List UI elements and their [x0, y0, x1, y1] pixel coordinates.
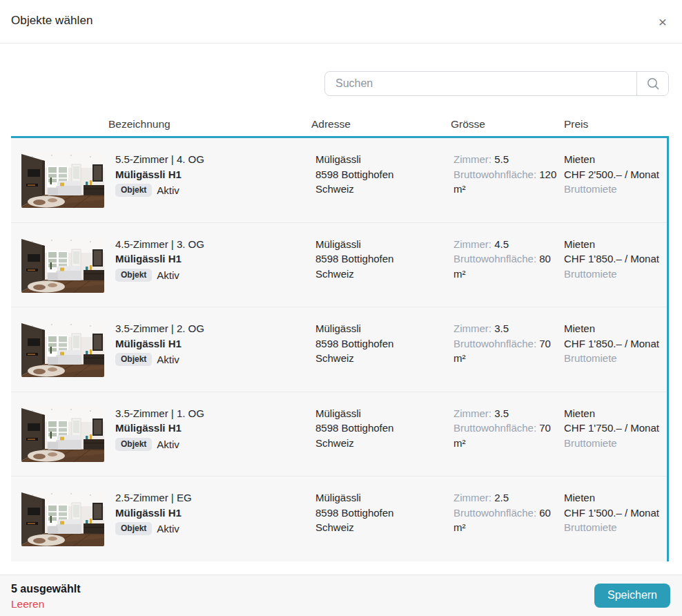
column-header-groesse: Grösse — [451, 117, 564, 131]
object-type-badge: Objekt — [115, 522, 152, 535]
address-city: 8598 Bottighofen — [315, 506, 447, 521]
groesse-cell: Zimmer: 2.5 Bruttowohnfläche: 60 m² — [454, 477, 564, 561]
table-row[interactable]: 3.5-Zimmer | 1. OG Müligässli H1 Objekt … — [11, 392, 669, 477]
column-header-bezeichnung: Bezeichnung — [108, 117, 311, 131]
thumbnail-cell — [11, 307, 115, 392]
status-text: Aktiv — [157, 521, 179, 537]
clear-selection-link[interactable]: Leeren — [11, 598, 44, 610]
save-button[interactable]: Speichern — [594, 584, 670, 608]
object-name: Müligässli H1 — [115, 506, 309, 521]
address-street: Müligässli — [315, 490, 447, 506]
preis-cell: Mieten CHF 2'500.– / Monat Bruttomiete — [564, 138, 669, 222]
column-header-adresse: Adresse — [311, 117, 451, 131]
bezeichnung-cell: 4.5-Zimmer | 3. OG Müligässli H1 Objekt … — [115, 223, 315, 307]
adresse-cell: Müligässli 8598 Bottighofen Schweiz — [315, 477, 454, 561]
groesse-cell: Zimmer: 5.5 Bruttowohnfläche: 120 m² — [454, 138, 564, 222]
address-city: 8598 Bottighofen — [315, 251, 447, 267]
table-body: 5.5-Zimmer | 4. OG Müligässli H1 Objekt … — [11, 136, 669, 561]
modal-header: Objekte wählen × — [0, 0, 682, 44]
thumbnail-cell — [11, 138, 115, 222]
price-type: Mieten — [564, 406, 662, 421]
close-icon[interactable]: × — [653, 12, 672, 32]
area-label: Bruttowohnfläche: — [454, 338, 536, 349]
address-country: Schweiz — [315, 182, 447, 197]
price-type: Mieten — [564, 237, 662, 252]
table-column-headers: Bezeichnung Adresse Grösse Preis — [11, 117, 669, 131]
apartment-photo — [21, 407, 115, 462]
address-street: Müligässli — [315, 237, 447, 252]
apartment-photo — [21, 153, 115, 208]
object-title: 4.5-Zimmer | 3. OG — [115, 237, 309, 252]
search-input[interactable] — [325, 72, 636, 95]
area-label: Bruttowohnfläche: — [454, 422, 536, 434]
rooms-label: Zimmer: — [454, 323, 491, 334]
rooms-value: 4.5 — [494, 238, 509, 250]
price-type: Mieten — [564, 152, 662, 167]
groesse-cell: Zimmer: 3.5 Bruttowohnfläche: 70 m² — [454, 392, 564, 477]
area-label: Bruttowohnfläche: — [454, 507, 536, 519]
bezeichnung-cell: 3.5-Zimmer | 1. OG Müligässli H1 Objekt … — [115, 392, 315, 477]
table-row[interactable]: 2.5-Zimmer | EG Müligässli H1 Objekt Akt… — [11, 477, 669, 561]
rooms-value: 3.5 — [494, 323, 509, 334]
rooms-label: Zimmer: — [454, 492, 491, 503]
table-row[interactable]: 3.5-Zimmer | 2. OG Müligässli H1 Objekt … — [11, 307, 669, 392]
status-text: Aktiv — [157, 352, 179, 367]
bezeichnung-cell: 5.5-Zimmer | 4. OG Müligässli H1 Objekt … — [115, 138, 315, 222]
rooms-label: Zimmer: — [454, 153, 491, 165]
preis-cell: Mieten CHF 1'500.– / Monat Bruttomiete — [564, 477, 669, 561]
preis-cell: Mieten CHF 1'850.– / Monat Bruttomiete — [564, 223, 669, 307]
address-city: 8598 Bottighofen — [315, 167, 447, 182]
object-type-badge: Objekt — [115, 438, 152, 451]
search-button[interactable] — [636, 72, 668, 95]
price-type: Mieten — [564, 321, 662, 336]
status-text: Aktiv — [157, 183, 179, 198]
object-name: Müligässli H1 — [115, 336, 309, 352]
object-name: Müligässli H1 — [115, 251, 309, 267]
price-value: CHF 2'500.– / Monat — [564, 167, 662, 182]
price-note: Bruttomiete — [564, 351, 662, 366]
address-street: Müligässli — [315, 321, 447, 336]
address-country: Schweiz — [315, 520, 447, 535]
search-icon — [646, 77, 660, 90]
object-type-badge: Objekt — [115, 269, 152, 282]
rooms-label: Zimmer: — [454, 407, 491, 419]
price-value: CHF 1'850.– / Monat — [564, 251, 662, 267]
search-row — [0, 71, 669, 96]
table-row[interactable]: 5.5-Zimmer | 4. OG Müligässli H1 Objekt … — [11, 138, 669, 223]
table-row[interactable]: 4.5-Zimmer | 3. OG Müligässli H1 Objekt … — [11, 223, 669, 308]
object-title: 3.5-Zimmer | 1. OG — [115, 406, 309, 421]
object-type-badge: Objekt — [115, 353, 152, 366]
status-text: Aktiv — [157, 268, 179, 283]
status-text: Aktiv — [157, 437, 179, 452]
rooms-value: 5.5 — [494, 153, 509, 165]
price-note: Bruttomiete — [564, 436, 662, 451]
apartment-photo — [21, 491, 115, 546]
groesse-cell: Zimmer: 4.5 Bruttowohnfläche: 80 m² — [454, 223, 564, 307]
thumbnail-cell — [11, 223, 115, 307]
price-note: Bruttomiete — [564, 267, 662, 282]
price-value: CHF 1'500.– / Monat — [564, 506, 662, 521]
rooms-label: Zimmer: — [454, 238, 491, 250]
address-country: Schweiz — [315, 351, 447, 366]
thumbnail-cell — [11, 477, 115, 561]
preis-cell: Mieten CHF 1'850.– / Monat Bruttomiete — [564, 307, 669, 392]
adresse-cell: Müligässli 8598 Bottighofen Schweiz — [315, 307, 454, 392]
column-spacer — [11, 117, 108, 131]
price-note: Bruttomiete — [564, 182, 662, 197]
area-label: Bruttowohnfläche: — [454, 253, 536, 264]
modal-title: Objekte wählen — [11, 14, 671, 28]
rooms-value: 2.5 — [494, 492, 509, 503]
preis-cell: Mieten CHF 1'750.– / Monat Bruttomiete — [564, 392, 669, 477]
object-title: 3.5-Zimmer | 2. OG — [115, 321, 309, 336]
address-country: Schweiz — [315, 436, 447, 451]
price-value: CHF 1'850.– / Monat — [564, 336, 662, 352]
address-street: Müligässli — [315, 152, 447, 167]
object-name: Müligässli H1 — [115, 167, 309, 182]
adresse-cell: Müligässli 8598 Bottighofen Schweiz — [315, 138, 454, 222]
address-city: 8598 Bottighofen — [315, 336, 447, 352]
object-name: Müligässli H1 — [115, 421, 309, 436]
price-value: CHF 1'750.– / Monat — [564, 421, 662, 436]
selected-count: 5 ausgewählt — [11, 582, 671, 596]
object-title: 5.5-Zimmer | 4. OG — [115, 152, 309, 167]
search-group — [324, 71, 669, 96]
